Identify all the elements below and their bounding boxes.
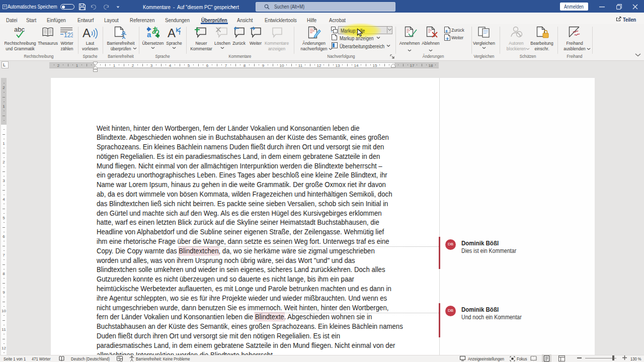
svg-text:あ: あ [152, 26, 159, 35]
svg-text:123: 123 [64, 32, 73, 39]
svg-text:a: a [147, 30, 151, 39]
svg-text:A: A [168, 26, 176, 39]
svg-text:abc: abc [14, 26, 25, 33]
svg-text:A: A [83, 27, 91, 39]
